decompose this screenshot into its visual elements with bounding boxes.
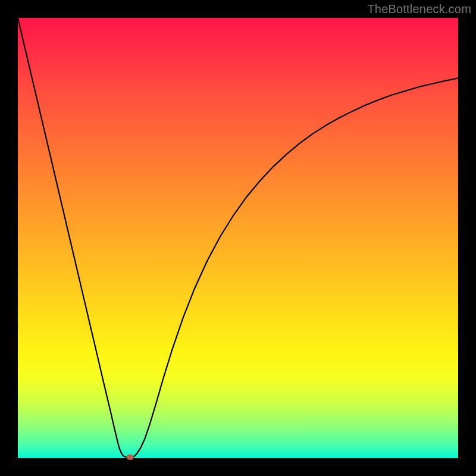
plot-area xyxy=(18,18,458,458)
chart-container: TheBottleneck.com xyxy=(0,0,476,476)
optimum-marker xyxy=(127,455,134,460)
bottleneck-curve-line xyxy=(18,18,458,458)
bottleneck-curve-svg xyxy=(18,18,458,458)
watermark-text: TheBottleneck.com xyxy=(367,2,471,16)
